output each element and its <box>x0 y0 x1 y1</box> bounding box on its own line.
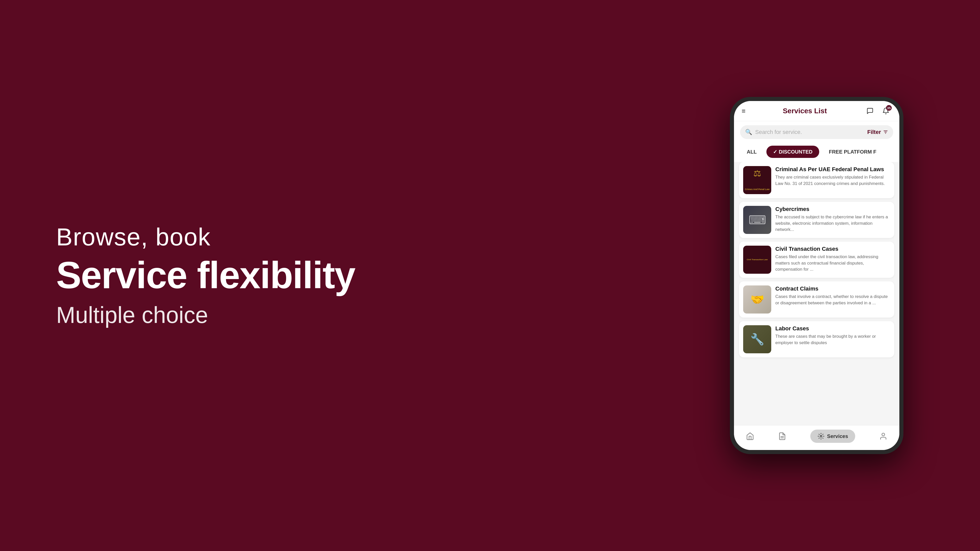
nav-documents[interactable] <box>778 432 786 440</box>
service-card-contract[interactable]: Contract Claims Cases that involve a con… <box>739 281 894 318</box>
phone-screen: ≡ Services List 35 <box>734 101 899 450</box>
search-icon: 🔍 <box>745 129 752 135</box>
labor-service-info: Labor Cases These are cases that may be … <box>775 325 890 346</box>
contract-service-image <box>743 286 771 313</box>
chat-icon-button[interactable] <box>864 105 876 117</box>
civil-service-title: Civil Transaction Cases <box>775 246 890 252</box>
chat-icon <box>866 107 873 114</box>
service-card-civil[interactable]: Civil Transaction Law Civil Transaction … <box>739 241 894 278</box>
services-nav-label: Services <box>827 433 848 439</box>
cybercrime-service-info: Cybercrimes The accused is subject to th… <box>775 206 890 233</box>
tab-all[interactable]: ALL <box>740 146 763 158</box>
person-icon <box>879 432 887 440</box>
app-title: Services List <box>783 107 827 115</box>
criminal-service-image: ⚖ Crimes And Penal Law <box>743 166 771 194</box>
cybercrime-service-image <box>743 206 771 234</box>
tab-free-platform[interactable]: FREE PLATFORM F <box>822 146 883 158</box>
criminal-service-title: Criminal As Per UAE Federal Penal Laws <box>775 166 890 173</box>
labor-service-desc: These are cases that may be brought by a… <box>775 333 890 346</box>
cybercrime-service-title: Cybercrimes <box>775 206 890 213</box>
notification-badge: 35 <box>886 105 892 111</box>
browse-label: Browse, book <box>56 223 720 251</box>
contract-service-desc: Cases that involve a contract, whether t… <box>775 294 890 306</box>
cybercrime-service-desc: The accused is subject to the cybercrime… <box>775 214 890 233</box>
service-card-labor[interactable]: Labor Cases These are cases that may be … <box>739 321 894 357</box>
service-card-criminal[interactable]: ⚖ Crimes And Penal Law Criminal As Per U… <box>739 162 894 198</box>
subheadline: Multiple choice <box>56 302 720 328</box>
nav-services-active[interactable]: Services <box>810 430 855 443</box>
labor-service-title: Labor Cases <box>775 325 890 332</box>
labor-service-image <box>743 325 771 353</box>
filter-button[interactable]: Filter <box>867 129 888 135</box>
civil-image-text: Civil Transaction Law <box>745 257 769 262</box>
top-nav: ≡ Services List 35 <box>734 101 899 121</box>
nav-profile[interactable] <box>879 432 887 440</box>
headline: Service flexibility <box>56 254 720 297</box>
criminal-service-desc: They are criminal cases exclusively stip… <box>775 174 890 187</box>
services-icon <box>818 433 824 440</box>
penal-image-text: Crimes And Penal Law <box>744 187 771 192</box>
civil-service-desc: Cases filed under the civil transaction … <box>775 254 890 273</box>
phone-wrapper: ≡ Services List 35 <box>720 97 914 454</box>
civil-service-info: Civil Transaction Cases Cases filed unde… <box>775 246 890 273</box>
tab-discounted[interactable]: ✓ DISCOUNTED <box>767 146 819 158</box>
search-bar[interactable]: 🔍 Search for service. Filter <box>740 125 893 139</box>
civil-service-image: Civil Transaction Law <box>743 246 771 274</box>
nav-home[interactable] <box>746 432 754 440</box>
filter-icon <box>883 130 888 135</box>
contract-service-info: Contract Claims Cases that involve a con… <box>775 286 890 306</box>
svg-point-5 <box>820 435 822 437</box>
svg-point-10 <box>882 433 885 436</box>
service-card-cybercrime[interactable]: Cybercrimes The accused is subject to th… <box>739 202 894 238</box>
notification-icon-button[interactable]: 35 <box>880 105 892 117</box>
bottom-nav: Services <box>734 425 899 450</box>
nav-icons: 35 <box>864 105 892 117</box>
search-bar-wrapper: 🔍 Search for service. Filter <box>734 121 899 143</box>
filter-label: Filter <box>867 129 881 135</box>
document-icon <box>778 432 786 440</box>
menu-icon[interactable]: ≡ <box>741 107 746 115</box>
contract-service-title: Contract Claims <box>775 286 890 292</box>
filter-tabs: ALL ✓ DISCOUNTED FREE PLATFORM F <box>734 143 899 162</box>
service-list: ⚖ Crimes And Penal Law Criminal As Per U… <box>734 162 899 425</box>
left-section: Browse, book Service flexibility Multipl… <box>0 223 720 328</box>
home-icon <box>746 432 754 440</box>
search-placeholder[interactable]: Search for service. <box>755 129 864 135</box>
phone-shell: ≡ Services List 35 <box>730 97 904 454</box>
criminal-service-info: Criminal As Per UAE Federal Penal Laws T… <box>775 166 890 187</box>
